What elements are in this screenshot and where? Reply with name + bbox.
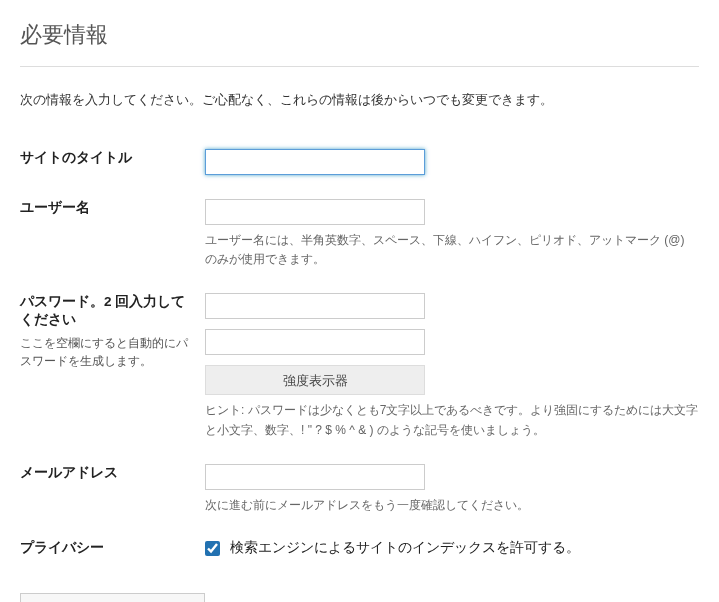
email-input[interactable] bbox=[205, 464, 425, 490]
install-form: サイトのタイトル ユーザー名 ユーザー名には、半角英数字、スペース、下線、ハイフ… bbox=[20, 137, 699, 569]
site-title-input[interactable] bbox=[205, 149, 425, 175]
password-input-1[interactable] bbox=[205, 293, 425, 319]
intro-text: 次の情報を入力してください。ご心配なく、これらの情報は後からいつでも変更できます… bbox=[20, 91, 699, 109]
password-sublabel: ここを空欄にすると自動的にパスワードを生成します。 bbox=[20, 335, 195, 370]
divider bbox=[20, 66, 699, 67]
install-button[interactable]: WordPress をインストール bbox=[20, 593, 205, 602]
username-label: ユーザー名 bbox=[20, 187, 205, 281]
password-hint: ヒント: パスワードは少なくとも7文字以上であるべきです。より強固にするためには… bbox=[205, 401, 699, 439]
password-input-2[interactable] bbox=[205, 329, 425, 355]
username-input[interactable] bbox=[205, 199, 425, 225]
password-strength-meter: 強度表示器 bbox=[205, 365, 425, 395]
site-title-label: サイトのタイトル bbox=[20, 137, 205, 187]
password-label: パスワード。2 回入力してください bbox=[20, 294, 185, 327]
privacy-label: プライバシー bbox=[20, 527, 205, 569]
privacy-checkbox[interactable] bbox=[205, 541, 220, 556]
username-hint: ユーザー名には、半角英数字、スペース、下線、ハイフン、ピリオド、アットマーク (… bbox=[205, 231, 699, 269]
privacy-checkbox-label: 検索エンジンによるサイトのインデックスを許可する。 bbox=[230, 540, 580, 555]
email-hint: 次に進む前にメールアドレスをもう一度確認してください。 bbox=[205, 496, 699, 515]
page-title: 必要情報 bbox=[20, 20, 699, 50]
email-label: メールアドレス bbox=[20, 452, 205, 527]
privacy-option[interactable]: 検索エンジンによるサイトのインデックスを許可する。 bbox=[205, 540, 580, 555]
